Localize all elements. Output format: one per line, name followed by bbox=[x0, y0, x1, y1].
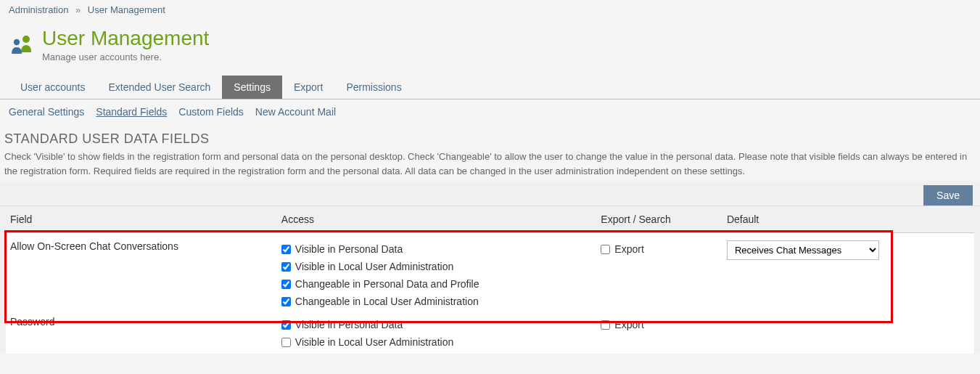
field-name: Password bbox=[6, 313, 277, 354]
svg-point-1 bbox=[14, 38, 20, 44]
table-row: PasswordVisible in Personal DataVisible … bbox=[6, 313, 974, 354]
export-label: Export bbox=[614, 243, 643, 255]
page-header: User Management Manage user accounts her… bbox=[0, 20, 980, 76]
export-cell: Export bbox=[596, 313, 722, 354]
access-option: Changeable in Local User Administration bbox=[281, 293, 593, 310]
access-checkbox[interactable] bbox=[281, 280, 291, 289]
access-option: Visible in Local User Administration bbox=[281, 333, 593, 351]
access-checkbox[interactable] bbox=[281, 262, 291, 272]
access-checkbox[interactable] bbox=[281, 297, 291, 306]
default-cell bbox=[722, 313, 974, 354]
page-title: User Management bbox=[42, 27, 209, 50]
access-cell: Visible in Personal DataVisible in Local… bbox=[277, 313, 597, 354]
tab-permissions[interactable]: Permissions bbox=[334, 76, 413, 99]
section-header: STANDARD USER DATA FIELDS Check 'Visible… bbox=[0, 124, 980, 181]
section-desc: Check 'Visible' to show fields in the re… bbox=[4, 150, 976, 178]
access-option: Visible in Personal Data bbox=[281, 316, 593, 333]
subtab-custom-fields[interactable]: Custom Fields bbox=[178, 104, 243, 120]
export-option: Export bbox=[601, 240, 718, 258]
access-label: Changeable in Personal Data and Profile bbox=[295, 278, 479, 290]
subtab-standard-fields[interactable]: Standard Fields bbox=[96, 104, 167, 120]
tab-user-accounts[interactable]: User accounts bbox=[9, 76, 96, 99]
access-cell: Visible in Personal DataVisible in Local… bbox=[277, 233, 597, 314]
access-label: Visible in Local User Administration bbox=[295, 336, 453, 348]
breadcrumb-admin[interactable]: Administration bbox=[9, 4, 68, 15]
sub-tabs: General Settings Standard Fields Custom … bbox=[0, 99, 980, 124]
access-option: Changeable in Personal Data and Profile bbox=[281, 275, 593, 293]
save-button[interactable]: Save bbox=[923, 185, 973, 206]
access-label: Visible in Personal Data bbox=[295, 319, 403, 330]
subtab-general[interactable]: General Settings bbox=[9, 104, 84, 120]
export-checkbox[interactable] bbox=[601, 245, 610, 254]
access-label: Visible in Local User Administration bbox=[295, 261, 453, 272]
access-option: Visible in Local User Administration bbox=[281, 258, 593, 275]
access-checkbox[interactable] bbox=[281, 245, 291, 254]
tab-extended-search[interactable]: Extended User Search bbox=[96, 76, 222, 99]
section-title: STANDARD USER DATA FIELDS bbox=[4, 131, 976, 147]
users-icon bbox=[9, 32, 35, 58]
main-tabs: User accounts Extended User Search Setti… bbox=[0, 76, 980, 99]
subtab-new-account-mail[interactable]: New Account Mail bbox=[255, 104, 336, 120]
export-checkbox[interactable] bbox=[601, 320, 610, 330]
breadcrumb: Administration » User Management bbox=[0, 0, 980, 20]
fields-table: Field Access Export / Search Default All… bbox=[6, 206, 974, 354]
table-row: Allow On-Screen Chat ConversationsVisibl… bbox=[6, 233, 974, 314]
col-export: Export / Search bbox=[596, 206, 722, 233]
tab-export[interactable]: Export bbox=[282, 76, 334, 99]
export-option: Export bbox=[601, 316, 718, 333]
svg-point-0 bbox=[22, 36, 30, 43]
tab-settings[interactable]: Settings bbox=[222, 76, 282, 99]
page-subtitle: Manage user accounts here. bbox=[42, 52, 209, 62]
breadcrumb-sep: » bbox=[75, 4, 81, 15]
default-cell: Receives Chat Messages bbox=[722, 233, 974, 314]
save-bar: Save bbox=[0, 181, 980, 206]
field-name: Allow On-Screen Chat Conversations bbox=[6, 233, 277, 314]
access-checkbox[interactable] bbox=[281, 338, 291, 347]
default-select[interactable]: Receives Chat Messages bbox=[727, 240, 879, 260]
breadcrumb-user-mgmt[interactable]: User Management bbox=[88, 4, 165, 15]
export-cell: Export bbox=[596, 233, 722, 314]
col-default: Default bbox=[722, 206, 974, 233]
col-field: Field bbox=[6, 206, 277, 233]
access-checkbox[interactable] bbox=[281, 320, 291, 330]
col-access: Access bbox=[277, 206, 597, 233]
access-label: Visible in Personal Data bbox=[295, 243, 403, 255]
export-label: Export bbox=[614, 319, 643, 330]
access-option: Visible in Personal Data bbox=[281, 240, 593, 258]
access-label: Changeable in Local User Administration bbox=[295, 296, 479, 307]
